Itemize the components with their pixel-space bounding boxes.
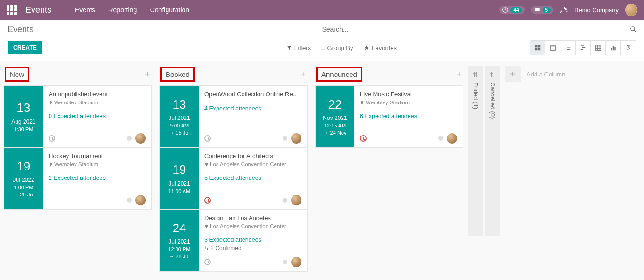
responsible-avatar[interactable]: [291, 195, 301, 205]
kanban-card[interactable]: 24 Jul 2021 12:00 PM → 28 Jul Design Fai…: [159, 209, 308, 272]
card-month: Jul 2021: [168, 115, 190, 121]
svg-rect-13: [614, 47, 615, 50]
kanban-card[interactable]: 13 Aug 2021 1:30 PM An unpublished event…: [4, 85, 152, 148]
responsible-avatar[interactable]: [135, 195, 146, 205]
activity-overdue-icon[interactable]: [204, 197, 211, 204]
folded-column-cancelled[interactable]: ⇄ Cancelled (0): [485, 66, 500, 236]
activity-icon[interactable]: [204, 259, 211, 265]
card-confirmed: ↳ 2 Confirmed: [204, 245, 301, 252]
add-column-plus-icon[interactable]: +: [505, 66, 521, 82]
card-until: → 24 Nov: [324, 130, 347, 136]
svg-rect-7: [580, 45, 584, 46]
column-add-icon[interactable]: +: [145, 69, 150, 79]
card-date: 13 Jul 2021 9:00 AM → 15 Jul: [160, 86, 199, 147]
create-button[interactable]: CREATE: [8, 41, 42, 54]
groupby-button[interactable]: ≡ Group By: [321, 44, 353, 51]
kanban-state-icon[interactable]: [283, 198, 287, 203]
kanban-state-icon[interactable]: [438, 136, 443, 141]
activities-badge[interactable]: 44: [499, 6, 524, 14]
card-day: 19: [173, 163, 186, 177]
star-icon: [364, 45, 369, 51]
card-attendees: 3 Expected attendees: [204, 237, 301, 243]
activity-overdue-icon[interactable]: [360, 135, 367, 142]
kanban-card[interactable]: 13 Jul 2021 9:00 AM → 15 Jul OpenWood Co…: [159, 85, 308, 148]
card-date: 19 Jul 2022 1:00 PM → 20 Jul: [4, 148, 43, 209]
column-add-icon[interactable]: +: [301, 69, 306, 79]
apps-icon[interactable]: [7, 5, 17, 15]
filter-icon: [286, 45, 292, 51]
search-icon[interactable]: [630, 26, 636, 33]
card-title: Design Fair Los Angeles: [204, 214, 301, 221]
view-graph[interactable]: [606, 41, 621, 55]
kanban-card[interactable]: 19 Jul 2022 1:00 PM → 20 Jul Hockey Tour…: [4, 147, 152, 210]
favorites-button[interactable]: Favorites: [364, 44, 397, 51]
responsible-avatar[interactable]: [135, 133, 146, 144]
kanban-column-announced: Announced + 22 Nov 2021 12:15 AM → 24 No…: [311, 61, 467, 147]
column-title[interactable]: Booked: [160, 67, 195, 82]
activity-icon[interactable]: [49, 135, 55, 142]
card-attendees: 2 Expected attendees: [49, 175, 146, 181]
card-location: Wembley Stadium: [360, 100, 457, 105]
activity-icon[interactable]: [204, 135, 211, 142]
view-list[interactable]: [560, 41, 576, 55]
control-panel: Events CREATE Filters ≡ Group By Favorit…: [0, 20, 644, 61]
card-location: Los Angeles Convention Center: [204, 223, 301, 229]
card-date: 22 Nov 2021 12:15 AM → 24 Nov: [316, 86, 354, 147]
column-title[interactable]: Announced: [316, 67, 362, 82]
view-map[interactable]: [621, 41, 636, 55]
messages-badge[interactable]: 5: [531, 6, 554, 14]
nav-configuration[interactable]: Configuration: [150, 6, 189, 14]
card-date: 13 Aug 2021 1:30 PM: [4, 86, 43, 147]
card-time: 12:15 AM: [324, 123, 346, 128]
responsible-avatar[interactable]: [291, 133, 301, 144]
kanban-state-icon[interactable]: [283, 136, 287, 141]
card-month: Nov 2021: [323, 115, 347, 121]
filters-label: Filters: [294, 44, 311, 51]
svg-rect-4: [535, 48, 537, 51]
column-title[interactable]: New: [5, 67, 29, 82]
folded-column-ended[interactable]: ⇄ Ended (1): [468, 66, 483, 236]
add-column-label: Add a Column: [527, 71, 565, 78]
add-column[interactable]: + Add a Column: [505, 66, 565, 82]
view-calendar[interactable]: [545, 41, 560, 55]
nav-menu: Events Reporting Configuration: [75, 6, 201, 14]
svg-rect-2: [535, 45, 537, 48]
company-name[interactable]: Demo Company: [574, 7, 619, 14]
responsible-avatar[interactable]: [447, 133, 457, 144]
user-avatar[interactable]: [625, 4, 637, 16]
kanban-card[interactable]: 19 Jul 2021 11:00 AM Conference for Arch…: [159, 147, 308, 210]
card-day: 19: [17, 160, 31, 173]
view-kanban[interactable]: [530, 41, 545, 55]
nav-reporting[interactable]: Reporting: [108, 6, 137, 14]
nav-events[interactable]: Events: [75, 6, 95, 14]
kanban-state-icon[interactable]: [283, 260, 287, 264]
card-day: 22: [328, 98, 342, 111]
folded-label: Ended (1): [472, 82, 479, 109]
search-box[interactable]: [322, 24, 637, 35]
card-month: Aug 2021: [11, 119, 35, 125]
view-gantt[interactable]: [576, 41, 591, 55]
card-month: Jul 2022: [13, 177, 34, 183]
kanban-column-new: New + 13 Aug 2021 1:30 PM An unpublished…: [0, 61, 156, 209]
filters-button[interactable]: Filters: [286, 44, 311, 51]
kanban-state-icon[interactable]: [127, 136, 132, 141]
card-month: Jul 2021: [168, 238, 190, 245]
view-switcher: [530, 40, 636, 55]
pin-icon: [360, 100, 364, 105]
card-title: Hockey Tournament: [49, 153, 146, 160]
svg-rect-12: [612, 46, 613, 51]
card-location: Los Angeles Convention Center: [204, 161, 301, 167]
groupby-icon: ≡: [321, 44, 325, 51]
column-add-icon[interactable]: +: [456, 69, 461, 79]
card-date: 19 Jul 2021 11:00 AM: [160, 148, 199, 209]
responsible-avatar[interactable]: [291, 257, 301, 267]
card-title: Conference for Architects: [204, 153, 301, 160]
view-pivot[interactable]: [591, 41, 606, 55]
search-input[interactable]: [322, 24, 630, 35]
kanban-card[interactable]: 22 Nov 2021 12:15 AM → 24 Nov Live Music…: [315, 85, 463, 148]
groupby-label: Group By: [327, 44, 353, 51]
card-time: 12:00 PM: [168, 246, 190, 252]
debug-icon[interactable]: [560, 6, 568, 14]
kanban-state-icon[interactable]: [127, 198, 132, 203]
card-attendees: 5 Expected attendees: [204, 175, 301, 181]
